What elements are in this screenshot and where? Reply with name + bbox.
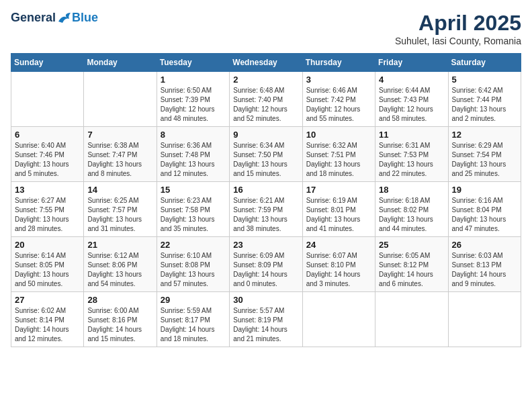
day-number: 22 bbox=[161, 240, 226, 250]
calendar-week-row: 6Sunrise: 6:40 AM Sunset: 7:46 PM Daylig… bbox=[11, 127, 521, 182]
day-info: Sunrise: 6:00 AM Sunset: 8:16 PM Dayligh… bbox=[87, 306, 152, 344]
day-number: 16 bbox=[233, 185, 298, 195]
calendar-cell: 9Sunrise: 6:34 AM Sunset: 7:50 PM Daylig… bbox=[230, 127, 302, 182]
day-number: 24 bbox=[306, 240, 371, 250]
calendar-body: 1Sunrise: 6:50 AM Sunset: 7:39 PM Daylig… bbox=[11, 72, 521, 347]
calendar-cell: 7Sunrise: 6:38 AM Sunset: 7:47 PM Daylig… bbox=[84, 127, 157, 182]
calendar-cell: 15Sunrise: 6:23 AM Sunset: 7:58 PM Dayli… bbox=[157, 182, 229, 237]
day-info: Sunrise: 6:34 AM Sunset: 7:50 PM Dayligh… bbox=[233, 141, 298, 179]
location-subtitle: Suhulet, Iasi County, Romania bbox=[395, 36, 521, 46]
calendar-cell: 27Sunrise: 6:02 AM Sunset: 8:14 PM Dayli… bbox=[11, 292, 84, 347]
month-title: April 2025 bbox=[395, 11, 521, 36]
calendar-cell bbox=[302, 292, 375, 347]
day-info: Sunrise: 6:07 AM Sunset: 8:10 PM Dayligh… bbox=[306, 251, 371, 289]
day-info: Sunrise: 6:36 AM Sunset: 7:48 PM Dayligh… bbox=[161, 141, 226, 179]
day-info: Sunrise: 6:29 AM Sunset: 7:54 PM Dayligh… bbox=[452, 141, 517, 179]
calendar-cell: 16Sunrise: 6:21 AM Sunset: 7:59 PM Dayli… bbox=[230, 182, 302, 237]
calendar-cell: 29Sunrise: 5:59 AM Sunset: 8:17 PM Dayli… bbox=[157, 292, 229, 347]
day-of-week-header: Tuesday bbox=[157, 54, 229, 72]
calendar-cell: 6Sunrise: 6:40 AM Sunset: 7:46 PM Daylig… bbox=[11, 127, 84, 182]
day-number: 8 bbox=[161, 130, 226, 140]
day-number: 21 bbox=[87, 240, 152, 250]
day-info: Sunrise: 6:27 AM Sunset: 7:55 PM Dayligh… bbox=[15, 196, 80, 234]
day-number: 28 bbox=[87, 295, 152, 305]
day-number: 1 bbox=[161, 75, 226, 85]
calendar-cell: 24Sunrise: 6:07 AM Sunset: 8:10 PM Dayli… bbox=[302, 237, 375, 292]
day-info: Sunrise: 6:50 AM Sunset: 7:39 PM Dayligh… bbox=[161, 86, 226, 124]
day-number: 12 bbox=[452, 130, 517, 140]
day-number: 14 bbox=[87, 185, 152, 195]
title-area: April 2025 Suhulet, Iasi County, Romania bbox=[395, 11, 521, 46]
calendar-cell: 30Sunrise: 5:57 AM Sunset: 8:19 PM Dayli… bbox=[230, 292, 302, 347]
day-info: Sunrise: 6:19 AM Sunset: 8:01 PM Dayligh… bbox=[306, 196, 371, 234]
calendar-cell: 11Sunrise: 6:31 AM Sunset: 7:53 PM Dayli… bbox=[375, 127, 448, 182]
calendar-cell bbox=[11, 72, 84, 127]
calendar-cell: 21Sunrise: 6:12 AM Sunset: 8:06 PM Dayli… bbox=[84, 237, 157, 292]
calendar-cell: 4Sunrise: 6:44 AM Sunset: 7:43 PM Daylig… bbox=[375, 72, 448, 127]
day-number: 9 bbox=[233, 130, 298, 140]
calendar-week-row: 27Sunrise: 6:02 AM Sunset: 8:14 PM Dayli… bbox=[11, 292, 521, 347]
calendar-table: SundayMondayTuesdayWednesdayThursdayFrid… bbox=[11, 53, 521, 347]
day-number: 25 bbox=[379, 240, 444, 250]
calendar-cell: 19Sunrise: 6:16 AM Sunset: 8:04 PM Dayli… bbox=[448, 182, 521, 237]
calendar-cell bbox=[448, 292, 521, 347]
day-info: Sunrise: 6:25 AM Sunset: 7:57 PM Dayligh… bbox=[87, 196, 152, 234]
day-number: 7 bbox=[87, 130, 152, 140]
day-info: Sunrise: 6:23 AM Sunset: 7:58 PM Dayligh… bbox=[161, 196, 226, 234]
day-number: 2 bbox=[233, 75, 298, 85]
calendar-week-row: 1Sunrise: 6:50 AM Sunset: 7:39 PM Daylig… bbox=[11, 72, 521, 127]
calendar-week-row: 13Sunrise: 6:27 AM Sunset: 7:55 PM Dayli… bbox=[11, 182, 521, 237]
day-info: Sunrise: 6:03 AM Sunset: 8:13 PM Dayligh… bbox=[452, 251, 517, 289]
day-of-week-header: Thursday bbox=[302, 54, 375, 72]
logo-blue-text: Blue bbox=[72, 11, 98, 25]
logo: General Blue bbox=[11, 11, 98, 25]
logo-general-text: General bbox=[11, 11, 56, 25]
calendar-cell: 23Sunrise: 6:09 AM Sunset: 8:09 PM Dayli… bbox=[230, 237, 302, 292]
day-info: Sunrise: 6:46 AM Sunset: 7:42 PM Dayligh… bbox=[306, 86, 371, 124]
day-of-week-header: Saturday bbox=[448, 54, 521, 72]
day-info: Sunrise: 6:44 AM Sunset: 7:43 PM Dayligh… bbox=[379, 86, 444, 124]
calendar-cell: 10Sunrise: 6:32 AM Sunset: 7:51 PM Dayli… bbox=[302, 127, 375, 182]
day-of-week-header: Sunday bbox=[11, 54, 84, 72]
day-info: Sunrise: 6:09 AM Sunset: 8:09 PM Dayligh… bbox=[233, 251, 298, 289]
day-number: 6 bbox=[15, 130, 80, 140]
day-number: 27 bbox=[15, 295, 80, 305]
day-info: Sunrise: 6:21 AM Sunset: 7:59 PM Dayligh… bbox=[233, 196, 298, 234]
day-info: Sunrise: 6:32 AM Sunset: 7:51 PM Dayligh… bbox=[306, 141, 371, 179]
day-number: 30 bbox=[233, 295, 298, 305]
day-info: Sunrise: 6:31 AM Sunset: 7:53 PM Dayligh… bbox=[379, 141, 444, 179]
day-number: 11 bbox=[379, 130, 444, 140]
calendar-cell: 1Sunrise: 6:50 AM Sunset: 7:39 PM Daylig… bbox=[157, 72, 229, 127]
day-of-week-header: Monday bbox=[84, 54, 157, 72]
calendar-cell bbox=[375, 292, 448, 347]
day-info: Sunrise: 6:38 AM Sunset: 7:47 PM Dayligh… bbox=[87, 141, 152, 179]
calendar-cell: 25Sunrise: 6:05 AM Sunset: 8:12 PM Dayli… bbox=[375, 237, 448, 292]
day-number: 26 bbox=[452, 240, 517, 250]
day-info: Sunrise: 6:05 AM Sunset: 8:12 PM Dayligh… bbox=[379, 251, 444, 289]
day-number: 17 bbox=[306, 185, 371, 195]
logo-bird-icon bbox=[57, 12, 72, 24]
calendar-cell: 14Sunrise: 6:25 AM Sunset: 7:57 PM Dayli… bbox=[84, 182, 157, 237]
day-info: Sunrise: 6:16 AM Sunset: 8:04 PM Dayligh… bbox=[452, 196, 517, 234]
day-number: 5 bbox=[452, 75, 517, 85]
page-header: General Blue April 2025 Suhulet, Iasi Co… bbox=[11, 11, 521, 46]
day-number: 19 bbox=[452, 185, 517, 195]
calendar-cell: 12Sunrise: 6:29 AM Sunset: 7:54 PM Dayli… bbox=[448, 127, 521, 182]
calendar-cell: 3Sunrise: 6:46 AM Sunset: 7:42 PM Daylig… bbox=[302, 72, 375, 127]
calendar-cell: 20Sunrise: 6:14 AM Sunset: 8:05 PM Dayli… bbox=[11, 237, 84, 292]
calendar-cell: 8Sunrise: 6:36 AM Sunset: 7:48 PM Daylig… bbox=[157, 127, 229, 182]
day-number: 15 bbox=[161, 185, 226, 195]
calendar-cell: 18Sunrise: 6:18 AM Sunset: 8:02 PM Dayli… bbox=[375, 182, 448, 237]
calendar-cell: 22Sunrise: 6:10 AM Sunset: 8:08 PM Dayli… bbox=[157, 237, 229, 292]
day-of-week-header: Friday bbox=[375, 54, 448, 72]
day-number: 23 bbox=[233, 240, 298, 250]
day-info: Sunrise: 6:14 AM Sunset: 8:05 PM Dayligh… bbox=[15, 251, 80, 289]
day-info: Sunrise: 6:48 AM Sunset: 7:40 PM Dayligh… bbox=[233, 86, 298, 124]
calendar-cell: 5Sunrise: 6:42 AM Sunset: 7:44 PM Daylig… bbox=[448, 72, 521, 127]
day-info: Sunrise: 6:10 AM Sunset: 8:08 PM Dayligh… bbox=[161, 251, 226, 289]
day-number: 13 bbox=[15, 185, 80, 195]
day-number: 18 bbox=[379, 185, 444, 195]
calendar-cell: 28Sunrise: 6:00 AM Sunset: 8:16 PM Dayli… bbox=[84, 292, 157, 347]
day-info: Sunrise: 6:40 AM Sunset: 7:46 PM Dayligh… bbox=[15, 141, 80, 179]
day-info: Sunrise: 6:42 AM Sunset: 7:44 PM Dayligh… bbox=[452, 86, 517, 124]
